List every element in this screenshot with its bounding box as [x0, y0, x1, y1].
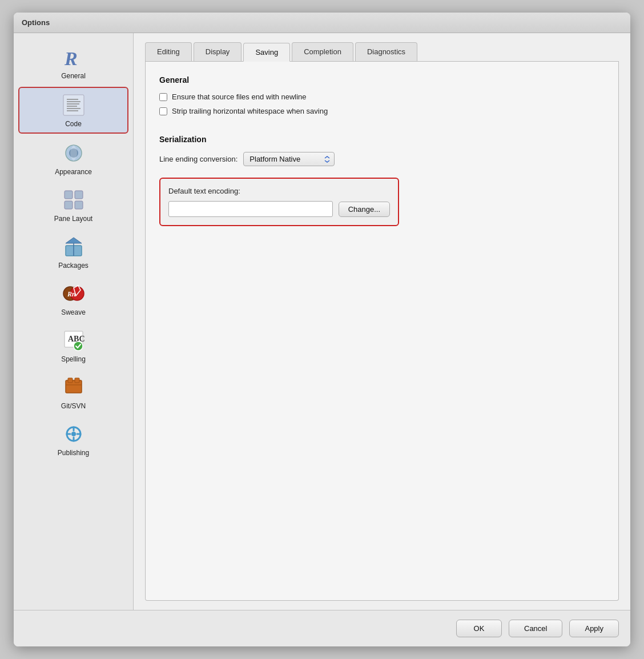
svg-point-28: [71, 432, 76, 436]
whitespace-label: Strip trailing horizontal whitespace whe…: [172, 107, 328, 115]
svg-point-22: [74, 341, 83, 351]
sidebar-label-code: Code: [65, 120, 82, 128]
sidebar-label-gitsvn: Git/SVN: [61, 402, 86, 410]
tab-editing[interactable]: Editing: [145, 42, 192, 61]
tab-diagnostics[interactable]: Diagnostics: [355, 42, 417, 61]
titlebar: Options: [14, 13, 630, 33]
sweave-icon: Rn: [61, 281, 86, 306]
main-content: Editing Display Saving Completion Diagno…: [134, 33, 630, 610]
sidebar-item-code[interactable]: Code: [18, 87, 128, 134]
options-window: Options R General: [14, 13, 630, 646]
sidebar-item-gitsvn[interactable]: Git/SVN: [18, 370, 128, 415]
sidebar: R General C: [14, 33, 134, 610]
svg-rect-1: [63, 95, 84, 115]
sidebar-label-pane-layout: Pane Layout: [54, 215, 92, 223]
line-ending-select-wrapper: Platform Native Windows (CR/LF) Posix (L…: [243, 152, 335, 166]
svg-rect-10: [65, 191, 73, 199]
window-body: R General C: [14, 33, 630, 610]
pane-layout-icon: [61, 187, 86, 212]
sidebar-label-sweave: Sweave: [61, 308, 86, 316]
publishing-icon: [61, 421, 86, 447]
line-ending-select[interactable]: Platform Native Windows (CR/LF) Posix (L…: [243, 152, 335, 166]
sidebar-item-packages[interactable]: Packages: [18, 230, 128, 274]
footer: OK Cancel Apply: [14, 610, 630, 646]
svg-rect-25: [68, 378, 73, 383]
checkbox-whitespace-row: Strip trailing horizontal whitespace whe…: [159, 107, 605, 115]
window-title: Options: [22, 18, 50, 27]
sidebar-label-publishing: Publishing: [58, 449, 89, 457]
tab-completion[interactable]: Completion: [292, 42, 353, 61]
general-icon: R: [61, 45, 86, 70]
encoding-input[interactable]: [168, 201, 333, 217]
line-ending-row: Line ending conversion: Platform Native …: [159, 152, 605, 166]
newline-checkbox[interactable]: [159, 93, 167, 101]
spelling-icon: ABC: [61, 328, 86, 353]
encoding-row: Change...: [168, 201, 390, 217]
sidebar-label-packages: Packages: [58, 262, 88, 270]
tab-saving[interactable]: Saving: [243, 43, 290, 62]
tab-display[interactable]: Display: [194, 42, 242, 61]
sidebar-item-general[interactable]: R General: [18, 40, 128, 85]
serialization-section-title: Serialization: [159, 135, 605, 144]
general-section-title: General: [159, 75, 605, 85]
sidebar-label-spelling: Spelling: [61, 355, 86, 363]
sidebar-label-appearance: Appearance: [55, 168, 92, 176]
saving-panel: General Ensure that source files end wit…: [145, 62, 619, 601]
tab-bar: Editing Display Saving Completion Diagno…: [145, 42, 619, 62]
gitsvn-icon: [61, 375, 86, 400]
change-button[interactable]: Change...: [339, 202, 390, 217]
ok-button[interactable]: OK: [456, 620, 502, 637]
sidebar-item-appearance[interactable]: Appearance: [18, 136, 128, 180]
encoding-label: Default text encoding:: [168, 187, 390, 195]
encoding-box: Default text encoding: Change...: [159, 178, 399, 226]
newline-label: Ensure that source files end with newlin…: [172, 93, 307, 101]
svg-text:R: R: [64, 48, 78, 69]
sidebar-label-general: General: [61, 72, 86, 80]
line-ending-label: Line ending conversion:: [159, 155, 238, 163]
apply-button[interactable]: Apply: [569, 620, 619, 637]
svg-rect-12: [65, 201, 73, 209]
cancel-button[interactable]: Cancel: [509, 620, 562, 637]
code-icon: [61, 93, 86, 118]
appearance-icon: [61, 140, 86, 166]
sidebar-item-sweave[interactable]: Rn Sweave: [18, 276, 128, 321]
whitespace-checkbox[interactable]: [159, 107, 167, 115]
svg-rect-13: [75, 201, 83, 209]
svg-rect-26: [75, 378, 79, 383]
sidebar-item-spelling[interactable]: ABC Spelling: [18, 323, 128, 368]
checkbox-newline-row: Ensure that source files end with newlin…: [159, 93, 605, 101]
svg-marker-15: [66, 238, 82, 243]
packages-icon: [61, 234, 86, 259]
sidebar-item-pane-layout[interactable]: Pane Layout: [18, 183, 128, 227]
svg-rect-11: [75, 191, 83, 199]
sidebar-item-publishing[interactable]: Publishing: [18, 417, 128, 461]
